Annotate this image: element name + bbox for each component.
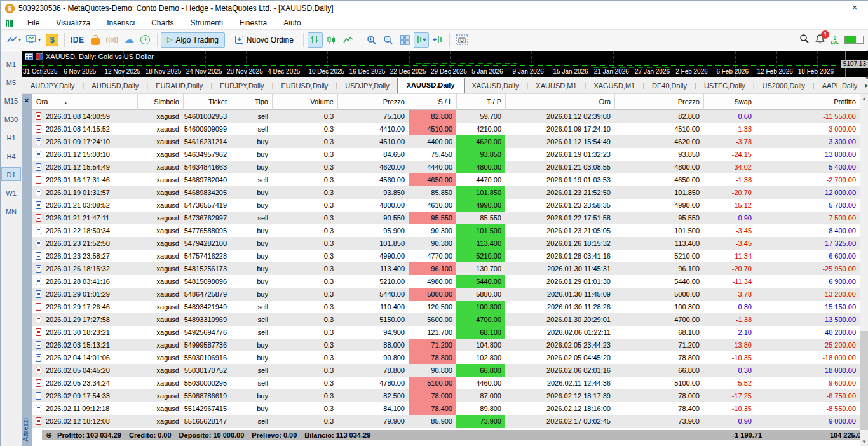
column-header-tp[interactable]: T / P: [456, 94, 505, 110]
chart-tab-euraud-daily[interactable]: EURAUD,Daily: [148, 79, 210, 93]
vertical-scrollbar[interactable]: ▲ ▼: [860, 94, 868, 446]
tab-scroll-arrows[interactable]: ◂ ▸: [865, 73, 868, 93]
chart-window-button[interactable]: ▾: [24, 32, 43, 48]
notifications-button[interactable]: 1: [815, 34, 825, 46]
column-header-ora[interactable]: Ora▴: [32, 94, 137, 110]
nuovo-ordine-button[interactable]: + Nuovo Ordine: [229, 32, 300, 48]
menu-inserisci[interactable]: Inserisci: [98, 17, 143, 29]
toolbox-tab-attrezzi[interactable]: Attrezzi: [22, 418, 32, 442]
cloud-button[interactable]: ☁: [121, 32, 137, 48]
scroll-up-arrow[interactable]: ▲: [860, 94, 868, 104]
line-chart-button[interactable]: [341, 32, 356, 48]
column-header-profitto[interactable]: Profitto: [756, 94, 860, 110]
timeframe-m1[interactable]: M1: [1, 57, 21, 71]
toolbox-close-button[interactable]: ×: [22, 97, 32, 104]
chart-tab-xauusd-m1[interactable]: XAUUSD,M1: [528, 79, 584, 93]
timeframe-mn[interactable]: MN: [1, 204, 21, 218]
chart-tab-us2000-daily[interactable]: US2000,Daily: [755, 79, 813, 93]
timeframe-m5[interactable]: M5: [1, 75, 21, 89]
column-header-simbolo[interactable]: Simbolo: [137, 94, 183, 110]
chart-tab-de40-daily[interactable]: DE40,Daily: [644, 79, 695, 93]
expand-icon[interactable]: ⊕: [46, 431, 52, 440]
table-row[interactable]: 2026.01.08 14:00:59xagusd54601002953sell…: [32, 110, 860, 123]
chart-tab-aapl-daily[interactable]: AAPL,Daily: [815, 79, 865, 93]
menu-visualizza[interactable]: Visualizza: [48, 17, 98, 29]
chart-tab-audjpy-daily[interactable]: AUDJPY,Daily: [23, 79, 83, 93]
menu-file[interactable]: File: [19, 17, 48, 29]
zoom-in-button[interactable]: [364, 32, 379, 48]
chart-shift-button[interactable]: [430, 32, 445, 48]
table-row[interactable]: 2026.02.04 14:01:06xagusd55030106916buy0…: [32, 351, 860, 364]
table-row[interactable]: 2026.01.12 15:54:49xauusd54634841663buy0…: [32, 161, 860, 173]
signals-button[interactable]: ((o)): [104, 32, 120, 48]
candlestick-button[interactable]: [324, 32, 339, 48]
table-row[interactable]: 2026.02.09 17:54:33xagusd55088786619buy0…: [32, 389, 860, 402]
menu-charts[interactable]: Charts: [143, 17, 182, 29]
minimize-button[interactable]: —: [780, 1, 808, 16]
chart-tab-eurjpy-daily[interactable]: EURJPY,Daily: [212, 79, 272, 93]
chart-tab-eurusd-daily[interactable]: EURUSD,Daily: [273, 79, 336, 93]
table-row[interactable]: 2026.02.05 04:45:20xagusd55030170752sell…: [32, 364, 860, 377]
table-row[interactable]: 2026.01.19 01:31:57xagusd54689834205buy0…: [32, 186, 860, 199]
timeframe-m15[interactable]: M15: [1, 93, 21, 107]
table-row[interactable]: 2026.01.28 03:41:16xauusd54815098096buy0…: [32, 275, 860, 288]
chart-area[interactable]: XAUUSD, Daily: Gold vs US Dollar 5107.13…: [22, 51, 868, 77]
table-row[interactable]: 2026.01.22 18:50:34xagusd54776588095buy0…: [32, 224, 860, 237]
table-row[interactable]: 2026.01.30 18:23:21xagusd54925694776sell…: [32, 326, 860, 339]
vps-button[interactable]: +: [138, 32, 153, 48]
chart-tab-xagusd-daily[interactable]: XAGUSD,Daily: [465, 79, 527, 93]
table-row[interactable]: 2026.01.12 15:03:10xagusd54634957962buy0…: [32, 148, 860, 161]
timeframe-w1[interactable]: W1: [1, 186, 21, 199]
column-header-swap[interactable]: Swap: [703, 94, 756, 110]
zoom-out-button[interactable]: [381, 32, 396, 48]
ide-button[interactable]: IDE: [69, 32, 86, 48]
timeframe-m30[interactable]: M30: [1, 112, 21, 126]
scroll-down-arrow[interactable]: ▼: [860, 437, 868, 446]
table-row[interactable]: 2026.01.21 03:08:52xauusd54736557419buy0…: [32, 199, 860, 212]
chart-tab-usdjpy-daily[interactable]: USDJPY,Daily: [337, 79, 397, 93]
column-header-prezzo[interactable]: Prezzo: [337, 94, 409, 110]
table-row[interactable]: 2026.01.23 21:52:50xagusd54794282100buy0…: [32, 237, 860, 250]
column-header-ticket[interactable]: Ticket: [183, 94, 231, 110]
column-header-sl[interactable]: S / L: [409, 94, 456, 110]
chart-tab-xauusd-daily[interactable]: XAUUSD,Daily: [397, 78, 465, 93]
scrollbar-thumb[interactable]: [860, 331, 868, 430]
chart-tab-ustec-daily[interactable]: USTEC,Daily: [696, 79, 753, 93]
table-row[interactable]: 2026.01.29 01:01:29xauusd54864725879buy0…: [32, 288, 860, 301]
chart-tab-audusd-daily[interactable]: AUDUSD,Daily: [84, 79, 146, 93]
table-row[interactable]: 2026.02.12 18:12:08xagusd55165628147sell…: [32, 415, 860, 428]
algo-trading-button[interactable]: ▷ Algo Trading: [161, 32, 225, 48]
menu-strumenti[interactable]: Strumenti: [182, 17, 231, 29]
chart-type-button[interactable]: ▾: [5, 32, 23, 48]
column-header-volume[interactable]: Volume: [272, 94, 337, 110]
timeframe-h4[interactable]: H4: [1, 149, 21, 163]
screenshot-button[interactable]: [454, 32, 470, 48]
table-row[interactable]: 2026.01.29 17:27:58xauusd54893310969sell…: [32, 313, 860, 326]
table-row[interactable]: 2026.01.23 23:58:27xauusd54757416228buy0…: [32, 250, 860, 262]
chart-tab-xagusd-m1[interactable]: XAGUSD,M1: [586, 79, 642, 93]
tile-windows-button[interactable]: [397, 32, 412, 48]
menu-finestra[interactable]: Finestra: [231, 17, 275, 29]
table-row[interactable]: 2026.01.09 17:24:10xauusd54616231214buy0…: [32, 135, 860, 148]
column-header-prezzo[interactable]: Prezzo: [614, 94, 703, 110]
column-header-ora[interactable]: Ora: [505, 94, 614, 110]
table-row[interactable]: 2026.01.26 18:15:32xagusd54815256173buy0…: [32, 262, 860, 275]
column-header-tipo[interactable]: Tipo: [231, 94, 272, 110]
timeframe-h1[interactable]: H1: [1, 130, 21, 144]
menu-aiuto[interactable]: Aiuto: [275, 17, 309, 29]
table-row[interactable]: 2026.01.21 21:47:11xagusd54736762997sell…: [32, 212, 860, 224]
timeframe-d1[interactable]: D1: [1, 167, 21, 181]
search-icon[interactable]: [799, 34, 810, 46]
close-button[interactable]: ×: [841, 1, 868, 16]
table-row[interactable]: 2026.01.08 14:15:52xauusd54600909099sell…: [32, 123, 860, 135]
table-row[interactable]: 2026.01.16 17:31:46xauusd54689782040sell…: [32, 173, 860, 186]
deposit-button[interactable]: $: [44, 32, 60, 48]
auto-scroll-button[interactable]: [414, 32, 429, 48]
open-price: 5210.00: [337, 275, 409, 288]
table-row[interactable]: 2026.02.05 23:34:24xauusd55030000295sell…: [32, 377, 860, 389]
table-row[interactable]: 2026.01.29 17:26:46xagusd54893421949sell…: [32, 301, 860, 313]
market-button[interactable]: [88, 32, 103, 48]
table-row[interactable]: 2026.02.11 09:12:18xagusd55142967415buy0…: [32, 402, 860, 415]
bar-chart-button[interactable]: [308, 32, 323, 48]
table-row[interactable]: 2026.02.03 15:13:21xagusd54999587736buy0…: [32, 339, 860, 351]
